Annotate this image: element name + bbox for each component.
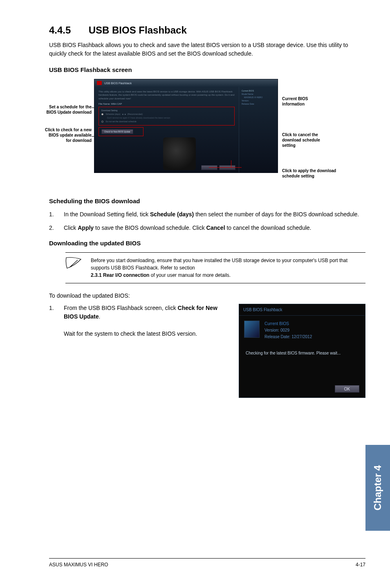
red-callout-line [231,160,231,168]
check-update-button[interactable]: Check for New BIOS Update [101,129,133,134]
label-current-bios: Current BIOS information [282,96,331,107]
window-titlebar: USB BIOS Flashback [94,79,278,87]
right-model-value: MAXIMUS VI HERO [242,96,275,99]
note-box: Before you start downloading, ensure tha… [65,252,365,283]
right-model-label: Model Name: [242,92,275,96]
scheduling-steps: 1. In the Download Setting field, tick S… [49,210,365,232]
download-intro: To download the updated BIOS: [49,292,365,299]
intro-paragraph: USB BIOS Flashback allows you to check a… [49,41,365,58]
label-schedule: Set a schedule for the BIOS Update downl… [43,104,92,115]
rog-icon [97,81,102,85]
dialog-title: USB BIOS Flashback [239,304,365,316]
dialog-version: Version: 0029 [264,327,312,334]
radio-icon [101,113,103,115]
dialog-ok-button[interactable]: OK [335,385,359,393]
schedule-hint: Don't remind me again if I have already … [101,116,232,120]
list-item: 1. In the Download Setting field, tick S… [49,210,365,219]
subheading-downloading: Downloading the updated BIOS [49,240,365,247]
main-screenshot-figure: Set a schedule for the BIOS Update downl… [49,79,365,189]
chapter-label: Chapter 4 [372,465,383,511]
label-check-update: Click to check for a new BIOS update ava… [43,127,92,143]
subheading-scheduling: Scheduling the BIOS download [49,197,365,204]
file-name-row: File Name: M6H.CAP [99,103,235,105]
dialog-current-bios: Current BIOS [264,321,312,327]
right-date-label: Release Date: [242,102,275,105]
check-update-box: Check for New BIOS Update [99,127,143,136]
checking-dialog: USB BIOS Flashback Current BIOS Version:… [239,304,365,398]
flashback-window: USB BIOS Flashback This utility allows y… [94,79,278,173]
window-title: USB BIOS Flashback [104,82,132,85]
blurb-text: This utility allows you to check and sav… [99,90,235,100]
label-cancel: Click to cancel the download schedule se… [282,132,331,148]
dialog-release-date: Release Date: 12/27/2012 [264,334,312,340]
footer-left: ASUS MAXIMUS VI HERO [49,562,108,568]
list-item: 2. Click Apply to save the BIOS download… [49,224,365,232]
section-title: USB BIOS Flashback [89,25,187,36]
dialog-thumbnail [244,321,260,338]
right-pane-header: Current BIOS [242,89,275,92]
chapter-side-tab: Chapter 4 [365,445,390,531]
right-version-label: Version: [242,99,275,102]
subheading-screen: USB BIOS Flashback screen [49,66,365,73]
footer-right: 4-17 [356,562,365,568]
red-callout-line [209,167,242,168]
right-info-pane: Current BIOS Model Name: MAXIMUS VI HERO… [239,87,278,173]
schedule-row[interactable]: Schedule (days) ■ ■ (Recommended) [101,112,232,116]
note-icon [65,257,83,270]
dialog-checking-text: Checking for the latest BIOS firmware. P… [239,345,365,355]
section-heading: 4.4.5 USB BIOS Flashback [49,25,365,36]
download-setting-box: Download Setting Schedule (days) ■ ■ (Re… [99,107,235,126]
label-apply: Click to apply the download schedule set… [282,168,339,179]
note-text: Before you start downloading, ensure tha… [91,257,365,279]
no-schedule-row[interactable]: Do not set the download schedule [101,120,232,123]
page-footer: ASUS MAXIMUS VI HERO 4-17 [49,558,365,568]
cancel-button[interactable] [219,165,235,170]
apply-button[interactable] [201,165,217,170]
center-image [163,137,196,170]
section-number: 4.4.5 [49,25,86,36]
list-item: 1. From the USB BIOS Flashback screen, c… [49,304,226,338]
radio-icon [101,121,103,123]
box-title: Download Setting [101,109,232,112]
download-steps: 1. From the USB BIOS Flashback screen, c… [49,304,226,338]
